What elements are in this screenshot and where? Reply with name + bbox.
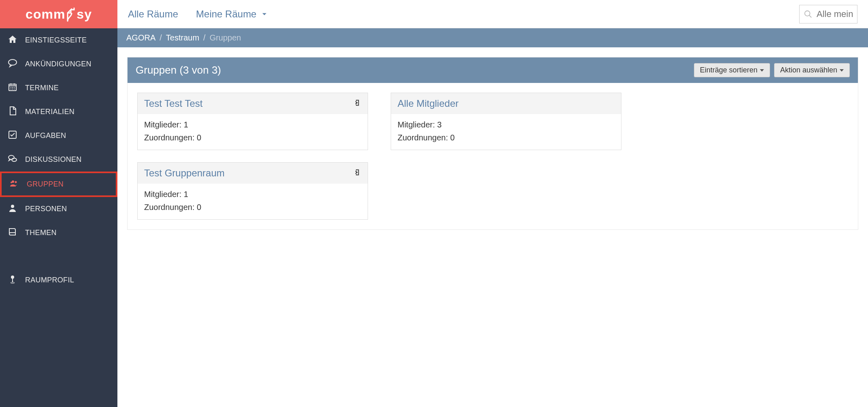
groups-panel: Gruppen (3 von 3) Einträge sortieren Akt… [127,57,858,230]
sidebar-item-raumprofil[interactable]: RAUMPROFIL [0,268,117,292]
sidebar-item-label: MATERIALIEN [25,108,74,116]
sidebar-item-diskussionen[interactable]: DISKUSSIONEN [0,148,117,172]
sidebar-item-themen[interactable]: THEMEN [0,221,117,245]
logo-text-right: sy [77,7,92,22]
sidebar-item-label: EINSTIEGSSEITE [25,36,87,45]
panel-header: Gruppen (3 von 3) Einträge sortieren Akt… [128,57,858,83]
sidebar-item-gruppen[interactable]: GRUPPEN [0,172,117,197]
group-card: Test Test Test Mitglieder: 1 Zuordnungen… [137,93,368,150]
speech-icon [7,58,18,70]
topbar: Alle Räume Meine Räume [117,0,868,28]
svg-point-7 [11,182,12,183]
calendar-icon [7,82,18,94]
groups-column-right: Alle Mitglieder Mitglieder: 3 Zuordnunge… [391,93,621,220]
enter-room-icon[interactable] [352,168,361,178]
sidebar-item-label: TERMINE [25,84,59,92]
members-label: Mitglieder: [398,120,435,129]
assignments-label: Zuordnungen: [144,203,195,212]
sidebar-item-personen[interactable]: PERSONEN [0,197,117,221]
search-box[interactable] [799,5,857,23]
assignments-value: 0 [450,133,455,142]
assignments-value: 0 [197,203,201,212]
svg-point-4 [12,158,17,161]
breadcrumb-room[interactable]: Testraum [166,33,199,42]
sidebar-item-label: DISKUSSIONEN [25,155,82,164]
sidebar-nav: EINSTIEGSSEITE ANKÜNDIGUNGEN TERMINE MAT… [0,28,117,407]
action-select-button[interactable]: Aktion auswählen [774,63,850,77]
logo-text-left: comm [26,7,65,22]
group-title-link[interactable]: Alle Mitglieder [398,98,615,109]
book-icon [7,227,18,239]
sidebar-item-materialien[interactable]: MATERIALIEN [0,100,117,124]
svg-point-11 [11,282,15,284]
topbar-all-rooms[interactable]: Alle Räume [128,8,178,20]
topbar-my-rooms[interactable]: Meine Räume [196,8,268,20]
enter-room-icon[interactable] [352,98,361,109]
svg-point-3 [9,155,14,159]
sidebar-item-label: GRUPPEN [27,180,64,189]
user-icon [7,203,18,215]
groups-column-left: Test Test Test Mitglieder: 1 Zuordnungen… [137,93,368,220]
members-label: Mitglieder: [144,120,181,129]
sidebar-item-label: RAUMPROFIL [25,276,74,284]
users-icon [9,178,19,190]
sidebar-item-label: THEMEN [25,229,57,237]
check-icon [7,130,18,142]
members-value: 3 [437,120,442,129]
assignments-label: Zuordnungen: [398,133,448,142]
svg-point-9 [11,276,14,279]
sidebar: comm sy EINSTIEGSSEITE ANKÜNDIGUNGEN TER… [0,0,117,407]
sidebar-item-aufgaben[interactable]: AUFGABEN [0,124,117,148]
sidebar-item-termine[interactable]: TERMINE [0,76,117,100]
breadcrumb: AGORA / Testraum / Gruppen [117,28,868,47]
assignments-value: 0 [197,133,201,142]
svg-point-0 [9,59,17,65]
sidebar-separator [0,245,117,268]
group-title-link[interactable]: Test Test Test [144,98,352,109]
chevron-down-icon [260,10,268,18]
caret-down-icon [760,69,764,72]
svg-rect-10 [12,278,13,282]
members-label: Mitglieder: [144,190,181,199]
main-area: Alle Räume Meine Räume AGORA / Testraum … [117,0,868,407]
sidebar-item-label: AUFGABEN [25,131,66,140]
sidebar-item-einstiegsseite[interactable]: EINSTIEGSSEITE [0,28,117,52]
group-card: Alle Mitglieder Mitglieder: 3 Zuordnunge… [391,93,621,150]
group-title-link[interactable]: Test Gruppenraum [144,167,352,179]
breadcrumb-root[interactable]: AGORA [126,33,155,42]
sidebar-item-label: PERSONEN [25,205,67,213]
search-icon [804,10,813,19]
members-value: 1 [184,120,188,129]
sort-button[interactable]: Einträge sortieren [694,63,770,77]
sidebar-item-ankuendigungen[interactable]: ANKÜNDIGUNGEN [0,52,117,76]
pin-icon [7,274,18,286]
assignments-label: Zuordnungen: [144,133,195,142]
comments-icon [7,154,18,165]
sidebar-item-label: ANKÜNDIGUNGEN [25,60,91,68]
panel-body: Test Test Test Mitglieder: 1 Zuordnungen… [128,83,858,229]
svg-point-6 [15,181,17,183]
members-value: 1 [184,190,188,199]
breadcrumb-current: Gruppen [210,33,241,42]
file-icon [7,106,18,118]
panel-title: Gruppen (3 von 3) [136,64,694,76]
caret-down-icon [840,69,844,72]
svg-point-12 [805,11,810,16]
logo-mark-icon [66,7,76,22]
home-icon [7,34,18,46]
svg-point-8 [11,205,14,208]
brand-logo[interactable]: comm sy [0,0,117,28]
search-input[interactable] [817,9,853,19]
group-card: Test Gruppenraum Mitglieder: 1 Zuordnung… [137,162,368,220]
content: Gruppen (3 von 3) Einträge sortieren Akt… [117,47,868,240]
